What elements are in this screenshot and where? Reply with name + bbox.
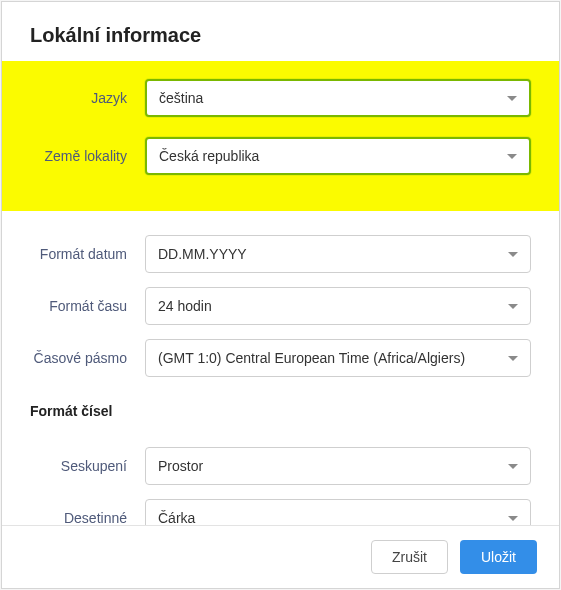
select-timezone[interactable]: (GMT 1:0) Central European Time (Africa/… <box>145 339 531 377</box>
highlighted-section: Jazyk čeština Země lokality Česká republ… <box>2 61 559 211</box>
caret-down-icon <box>508 464 518 469</box>
caret-down-icon <box>508 252 518 257</box>
locale-settings-dialog: Lokální informace Jazyk čeština Země lok… <box>1 1 560 589</box>
number-format-section: Seskupení Prostor Desetinné Čárka <box>2 423 559 525</box>
field-row-timezone: Časové pásmo (GMT 1:0) Central European … <box>30 339 531 377</box>
dialog-footer: Zrušit Uložit <box>2 525 559 588</box>
dialog-body: Lokální informace Jazyk čeština Země lok… <box>2 2 559 525</box>
label-decimal: Desetinné <box>30 510 145 525</box>
select-time-format[interactable]: 24 hodin <box>145 287 531 325</box>
label-language: Jazyk <box>30 90 145 106</box>
caret-down-icon <box>507 154 517 159</box>
select-decimal[interactable]: Čárka <box>145 499 531 525</box>
field-row-country: Země lokality Česká republika <box>30 137 531 175</box>
select-time-format-value: 24 hodin <box>158 298 212 314</box>
section-number-format: Formát čísel <box>2 391 559 423</box>
select-date-format[interactable]: DD.MM.YYYY <box>145 235 531 273</box>
field-row-language: Jazyk čeština <box>30 79 531 117</box>
select-timezone-value: (GMT 1:0) Central European Time (Africa/… <box>158 350 465 366</box>
select-grouping-value: Prostor <box>158 458 203 474</box>
label-country: Země lokality <box>30 148 145 164</box>
label-time-format: Formát času <box>30 298 145 314</box>
field-row-date-format: Formát datum DD.MM.YYYY <box>30 235 531 273</box>
select-language-value: čeština <box>159 90 203 106</box>
field-row-decimal: Desetinné Čárka <box>30 499 531 525</box>
label-grouping: Seskupení <box>30 458 145 474</box>
label-timezone: Časové pásmo <box>30 350 145 366</box>
field-row-grouping: Seskupení Prostor <box>30 447 531 485</box>
caret-down-icon <box>508 304 518 309</box>
caret-down-icon <box>508 516 518 521</box>
caret-down-icon <box>507 96 517 101</box>
dialog-title: Lokální informace <box>2 2 559 61</box>
select-decimal-value: Čárka <box>158 510 195 525</box>
cancel-button[interactable]: Zrušit <box>371 540 448 574</box>
select-language[interactable]: čeština <box>145 79 531 117</box>
select-date-format-value: DD.MM.YYYY <box>158 246 247 262</box>
select-grouping[interactable]: Prostor <box>145 447 531 485</box>
save-button[interactable]: Uložit <box>460 540 537 574</box>
field-row-time-format: Formát času 24 hodin <box>30 287 531 325</box>
select-country-value: Česká republika <box>159 148 259 164</box>
plain-section: Formát datum DD.MM.YYYY Formát času 24 h… <box>2 211 559 377</box>
caret-down-icon <box>508 356 518 361</box>
label-date-format: Formát datum <box>30 246 145 262</box>
select-country[interactable]: Česká republika <box>145 137 531 175</box>
